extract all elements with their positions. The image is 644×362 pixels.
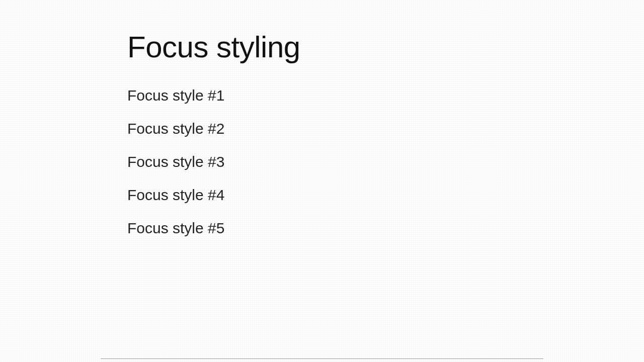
horizontal-rule [101, 358, 543, 359]
list-item: Focus style #2 [127, 120, 542, 138]
focus-style-link-3[interactable]: Focus style #3 [127, 153, 224, 170]
page-title: Focus styling [127, 29, 542, 65]
list-item: Focus style #3 [127, 153, 542, 171]
list-item: Focus style #5 [127, 219, 542, 237]
list-item: Focus style #4 [127, 186, 542, 204]
focus-style-link-1[interactable]: Focus style #1 [127, 87, 224, 104]
link-list: Focus style #1 Focus style #2 Focus styl… [127, 86, 542, 237]
list-item: Focus style #1 [127, 86, 542, 105]
content-container: Focus styling Focus style #1 Focus style… [127, 0, 542, 237]
focus-style-link-2[interactable]: Focus style #2 [127, 120, 224, 137]
focus-style-link-5[interactable]: Focus style #5 [127, 220, 224, 236]
focus-style-link-4[interactable]: Focus style #4 [127, 187, 224, 203]
